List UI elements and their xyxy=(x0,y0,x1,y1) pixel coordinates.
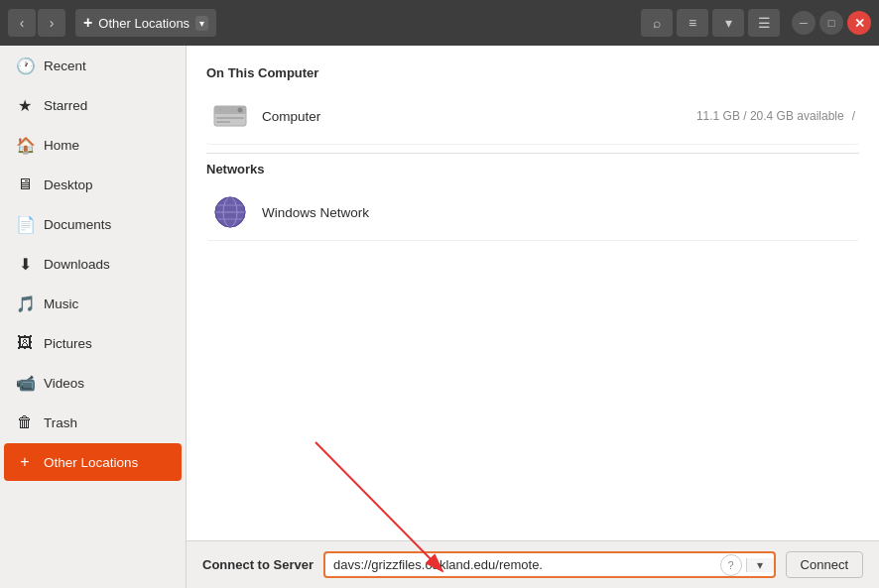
content-scroll: On This Computer Computer 11.1 GB xyxy=(187,46,879,540)
sidebar-item-documents[interactable]: 📄 Documents xyxy=(4,205,182,243)
minimize-icon: ─ xyxy=(800,17,808,29)
windows-network-name: Windows Network xyxy=(262,205,855,220)
sidebar-item-pictures[interactable]: 🖼 Pictures xyxy=(4,324,182,362)
sidebar-item-trash[interactable]: 🗑 Trash xyxy=(4,404,182,441)
computer-icon xyxy=(210,96,250,136)
nav-buttons: ‹ › xyxy=(8,9,65,37)
sidebar-item-home[interactable]: 🏠 Home xyxy=(4,126,182,164)
back-button[interactable]: ‹ xyxy=(8,9,36,37)
plus-icon: + xyxy=(83,14,92,32)
desktop-icon: 🖥 xyxy=(16,176,34,193)
sidebar-item-other-locations[interactable]: + Other Locations xyxy=(4,443,182,481)
other-locations-icon: + xyxy=(16,453,34,471)
close-button[interactable]: ✕ xyxy=(847,11,871,35)
documents-icon: 📄 xyxy=(16,215,34,234)
help-icon[interactable]: ? xyxy=(720,554,742,576)
section-divider xyxy=(206,153,859,154)
connect-input-container: ? ▾ xyxy=(323,551,776,578)
sidebar-label-pictures: Pictures xyxy=(44,336,92,351)
sidebar-label-music: Music xyxy=(44,296,78,311)
bookmarks-dropdown[interactable]: ▾ xyxy=(746,558,774,572)
sidebar-label-recent: Recent xyxy=(44,59,86,73)
sidebar-item-videos[interactable]: 📹 Videos xyxy=(4,364,182,402)
maximize-button[interactable]: □ xyxy=(819,11,843,35)
sidebar-label-desktop: Desktop xyxy=(44,177,93,192)
main-container: 🕐 Recent ★ Starred 🏠 Home 🖥 Desktop 📄 Do… xyxy=(0,46,879,588)
view-dropdown-button[interactable]: ▾ xyxy=(712,9,744,37)
downloads-icon: ⬇ xyxy=(16,255,34,274)
back-icon: ‹ xyxy=(20,15,25,31)
server-address-input[interactable] xyxy=(325,553,720,576)
trash-icon: 🗑 xyxy=(16,413,34,431)
svg-rect-4 xyxy=(216,117,244,119)
videos-icon: 📹 xyxy=(16,374,34,393)
window-controls: ─ □ ✕ xyxy=(792,11,871,35)
music-icon: 🎵 xyxy=(16,294,34,313)
search-button[interactable]: ⌕ xyxy=(641,9,673,37)
computer-meta: 11.1 GB / 20.4 GB available xyxy=(696,109,844,123)
close-icon: ✕ xyxy=(854,16,865,31)
sidebar: 🕐 Recent ★ Starred 🏠 Home 🖥 Desktop 📄 Do… xyxy=(0,46,187,588)
connect-footer: Connect to Server ? ▾ Connect xyxy=(187,540,879,588)
location-dropdown-icon: ▾ xyxy=(195,16,208,31)
section-header-networks: Networks xyxy=(206,162,859,176)
titlebar-actions: ⌕ ≡ ▾ ☰ xyxy=(641,9,780,37)
forward-icon: › xyxy=(50,15,55,31)
menu-icon: ☰ xyxy=(758,15,771,31)
sidebar-item-starred[interactable]: ★ Starred xyxy=(4,86,182,124)
sidebar-item-downloads[interactable]: ⬇ Downloads xyxy=(4,245,182,283)
windows-network-item[interactable]: Windows Network xyxy=(206,184,859,241)
content-area: On This Computer Computer 11.1 GB xyxy=(187,46,879,588)
svg-rect-5 xyxy=(216,121,230,123)
sidebar-label-documents: Documents xyxy=(44,217,111,232)
computer-path: / xyxy=(852,109,855,123)
home-icon: 🏠 xyxy=(16,136,34,155)
dropdown-arrow-icon: ▾ xyxy=(757,558,763,572)
menu-button[interactable]: ☰ xyxy=(748,9,780,37)
list-view-icon: ≡ xyxy=(689,15,696,31)
location-button[interactable]: + Other Locations ▾ xyxy=(75,9,216,37)
forward-button[interactable]: › xyxy=(38,9,65,37)
computer-name: Computer xyxy=(262,109,696,124)
app-window: ‹ › + Other Locations ▾ ⌕ ≡ ▾ ☰ xyxy=(0,0,879,588)
connect-button[interactable]: Connect xyxy=(786,551,863,578)
network-icon xyxy=(210,192,250,232)
view-dropdown-icon: ▾ xyxy=(725,15,732,31)
titlebar: ‹ › + Other Locations ▾ ⌕ ≡ ▾ ☰ xyxy=(0,0,879,46)
connect-label: Connect to Server xyxy=(202,557,314,572)
sidebar-label-videos: Videos xyxy=(44,376,84,391)
sidebar-item-music[interactable]: 🎵 Music xyxy=(4,285,182,322)
section-header-computer: On This Computer xyxy=(206,65,859,80)
sidebar-item-desktop[interactable]: 🖥 Desktop xyxy=(4,166,182,203)
computer-item[interactable]: Computer 11.1 GB / 20.4 GB available / xyxy=(206,88,859,145)
pictures-icon: 🖼 xyxy=(16,334,34,352)
recent-icon: 🕐 xyxy=(16,57,34,75)
svg-point-2 xyxy=(238,108,243,113)
maximize-icon: □ xyxy=(828,17,835,29)
sidebar-label-other-locations: Other Locations xyxy=(44,455,138,470)
sidebar-label-downloads: Downloads xyxy=(44,257,110,272)
minimize-button[interactable]: ─ xyxy=(792,11,816,35)
search-icon: ⌕ xyxy=(653,15,661,31)
sidebar-label-home: Home xyxy=(44,138,79,153)
sidebar-item-recent[interactable]: 🕐 Recent xyxy=(4,47,182,84)
svg-point-3 xyxy=(219,109,222,112)
starred-icon: ★ xyxy=(16,96,34,115)
list-view-button[interactable]: ≡ xyxy=(677,9,708,37)
location-label: Other Locations xyxy=(98,16,189,31)
sidebar-label-starred: Starred xyxy=(44,98,87,113)
sidebar-label-trash: Trash xyxy=(44,415,77,430)
